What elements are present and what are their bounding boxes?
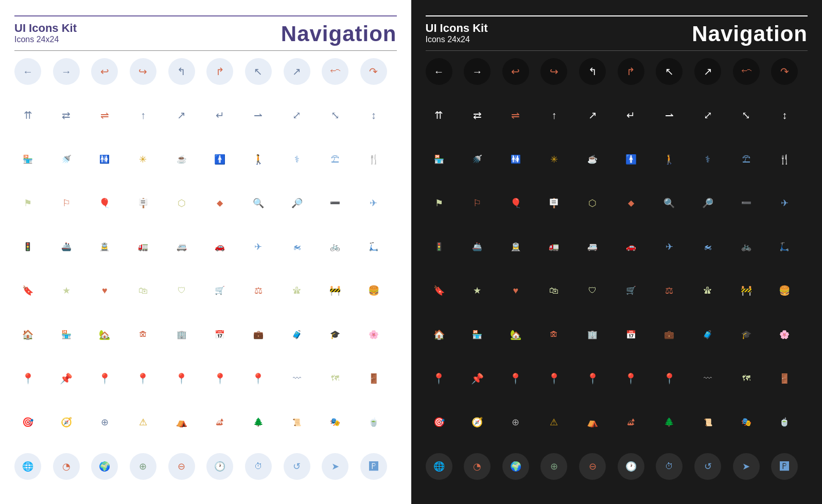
d-earth-icon: 🌍 xyxy=(502,453,529,480)
d-send-plane-icon: ✈ xyxy=(771,190,798,217)
d-home3-icon: 🏚 xyxy=(540,321,567,348)
arrow-return-left-icon: ↩ xyxy=(91,58,118,85)
d-refresh-icon: ↺ xyxy=(694,453,721,480)
arrow-s-icon: ⇄ xyxy=(53,102,80,129)
d-search-icon: 🔍 xyxy=(656,190,683,217)
pin2-icon: 📌 xyxy=(53,365,80,392)
d-umbrella-icon: ⛱ xyxy=(733,146,760,173)
d-cone-icon: 🚧 xyxy=(733,277,760,304)
walking-person-icon: 🚶 xyxy=(245,146,272,173)
clock-icon: 🕐 xyxy=(206,453,233,480)
tent-icon: ⛺ xyxy=(168,409,195,436)
suitcase-icon: 🧳 xyxy=(284,321,310,348)
cart-icon: 🛒 xyxy=(206,277,233,304)
d-flag-filled-icon: ⚐ xyxy=(464,190,491,217)
theater-icon: 🎭 xyxy=(322,409,348,436)
truck-icon: 🚛 xyxy=(130,233,156,260)
d-walking-person-icon: 🚶 xyxy=(656,146,683,173)
light-icon-grid: ← → ↩ ↪ ↰ ↱ ↖ ↗ ⬿ ↷ ⇈ ⇄ ⇌ ↑ ↗ ↵ ⇀ ⤢ ⤡ ↕ … xyxy=(14,58,397,494)
minus-search-icon: ➖ xyxy=(322,190,348,217)
d-home2-icon: 🏡 xyxy=(502,321,529,348)
calendar-icon: 📅 xyxy=(206,321,233,348)
building-icon: 🏢 xyxy=(168,321,195,348)
pin3-icon: 📍 xyxy=(130,365,156,392)
d-train-icon: 🚊 xyxy=(502,233,529,260)
star-icon: ★ xyxy=(53,277,80,304)
dark-panel: UI Icons Kit Icons 24x24 Navigation ← → … xyxy=(411,0,823,504)
d-door-icon: 🚪 xyxy=(771,365,798,392)
traffic-light-icon: 🚦 xyxy=(14,233,41,260)
medical-cross-icon: ⚕ xyxy=(284,146,310,173)
arrow-up-right-icon: ↗ xyxy=(284,58,310,85)
clock2-icon: ⏱ xyxy=(245,453,272,480)
d-graduation-icon: 🎓 xyxy=(733,321,760,348)
d-flag-icon: ⚑ xyxy=(426,190,452,217)
d-diamond-sign-icon: ◆ xyxy=(618,190,644,217)
arrow-redo-icon: ↪ xyxy=(130,58,156,85)
d-scooter-icon: 🛴 xyxy=(771,233,798,260)
d-pin1-icon: 📍 xyxy=(426,365,452,392)
d-ship-icon: 🚢 xyxy=(464,233,491,260)
d-clock2-icon: ⏱ xyxy=(656,453,683,480)
d-compress-icon: ⤡ xyxy=(733,102,760,129)
scooter-icon: 🛴 xyxy=(360,233,387,260)
d-pin4-icon: 📍 xyxy=(618,365,644,392)
d-burst-sun-icon: ✳ xyxy=(540,146,567,173)
dark-icon-grid: ← → ↩ ↪ ↰ ↱ ↖ ↗ ⬿ ↷ ⇈ ⇄ ⇌ ↑ ↗ ↵ ⇀ ⤢ ⤡ ↕ … xyxy=(426,58,808,494)
car-icon: 🚗 xyxy=(206,233,233,260)
dark-nav-title: Navigation xyxy=(692,22,808,46)
diamond-sign-icon: ◆ xyxy=(206,190,233,217)
search-icon: 🔍 xyxy=(245,190,272,217)
d-person-stand-icon: 🚹 xyxy=(618,146,644,173)
d-arrow-branch-icon: ↗ xyxy=(579,102,606,129)
pin5-icon: 📍 xyxy=(245,365,272,392)
arrow-left-turn-icon: ↵ xyxy=(206,102,233,129)
d-pin3-icon: 📍 xyxy=(540,365,567,392)
person-stand-icon: 🚹 xyxy=(206,146,233,173)
pin1-icon: 📍 xyxy=(14,365,41,392)
d-arrow-curve-left-icon: ⬿ xyxy=(733,58,760,85)
d-arrow-right-turn-icon: ⇀ xyxy=(656,102,683,129)
d-flower-icon: 🌸 xyxy=(771,321,798,348)
d-arrow-up-icon: ↑ xyxy=(540,102,567,129)
parking-icon: 🅿 xyxy=(360,453,387,480)
shield-icon: 🛡 xyxy=(168,277,195,304)
d-arrow-redo-icon: ↪ xyxy=(540,58,567,85)
d-traffic-light-icon: 🚦 xyxy=(426,233,452,260)
ship-icon: 🚢 xyxy=(53,233,80,260)
d-compass2-icon: 🧭 xyxy=(464,409,491,436)
arrow-branch-icon: ↗ xyxy=(168,102,195,129)
motorcycle-icon: 🏍 xyxy=(284,233,310,260)
d-arrow-left-icon: ← xyxy=(426,58,452,85)
pie-chart-icon: ◔ xyxy=(53,453,80,480)
coffee-icon: ☕ xyxy=(168,146,195,173)
van-icon: 🚐 xyxy=(168,233,195,260)
d-warning-icon: ⚠ xyxy=(540,409,567,436)
house-icon: 🏠 xyxy=(14,321,41,348)
d-camp-bed-icon: 🏕 xyxy=(618,409,644,436)
d-target-icon: 🎯 xyxy=(426,409,452,436)
expand-icon: ⤢ xyxy=(284,102,310,129)
door-icon: 🚪 xyxy=(360,365,387,392)
weight-icon: ⚖ xyxy=(245,277,272,304)
d-bookmark-icon: 🔖 xyxy=(426,277,452,304)
light-nav-title: Navigation xyxy=(281,22,397,46)
d-plus-circle-icon: ⊕ xyxy=(540,453,567,480)
d-cart-icon: 🛒 xyxy=(618,277,644,304)
pin-plus-icon: 📍 xyxy=(91,365,118,392)
d-shower-icon: 🚿 xyxy=(464,146,491,173)
d-arrow-up-left-icon: ↖ xyxy=(656,58,683,85)
d-bag-icon: 🛍 xyxy=(540,277,567,304)
d-star-icon: ★ xyxy=(464,277,491,304)
d-theater-icon: 🎭 xyxy=(733,409,760,436)
dark-kit-subtitle: Icons 24x24 xyxy=(426,35,488,44)
dark-kit-title: UI Icons Kit xyxy=(426,22,488,35)
d-arrow-s-icon: ⇄ xyxy=(464,102,491,129)
d-signs-icon: ⬡ xyxy=(579,190,606,217)
updown-icon: ↕ xyxy=(360,102,387,129)
pin-minus-icon: 📍 xyxy=(168,365,195,392)
d-utensils-icon: 🍴 xyxy=(771,146,798,173)
send-icon: ➤ xyxy=(322,453,348,480)
shop-icon: 🏪 xyxy=(53,321,80,348)
d-pin5-icon: 📍 xyxy=(656,365,683,392)
